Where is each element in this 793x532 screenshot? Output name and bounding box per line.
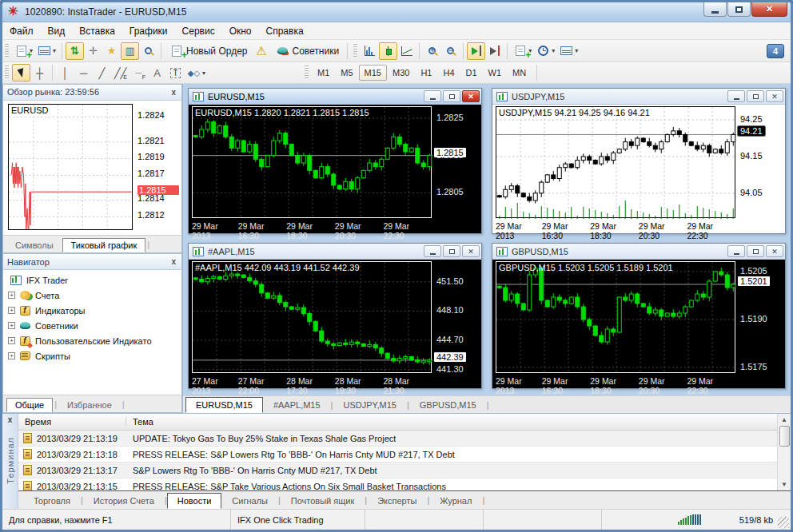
scroll-down-icon[interactable]: ▼	[779, 478, 791, 490]
chart-window-titlebar[interactable]: GBPUSD,M15✕	[492, 244, 785, 260]
market-watch-tab-symbols[interactable]: Символы	[6, 238, 62, 252]
menu-item-Вставка[interactable]: Вставка	[72, 24, 122, 38]
terminal-tab-почтовый-ящик[interactable]: Почтовый ящик	[281, 493, 365, 509]
column-header-time[interactable]: Время	[18, 417, 126, 427]
chart-close-button[interactable]: ✕	[462, 90, 480, 102]
navigator-tab-common[interactable]: Общие	[6, 398, 53, 412]
terminal-tab-торговля[interactable]: Торговля	[23, 493, 81, 509]
scroll-up-icon[interactable]: ▲	[779, 414, 791, 426]
toolbar-grip[interactable]	[5, 66, 9, 80]
terminal-close-icon[interactable]: x	[8, 414, 13, 426]
periods-button[interactable]: ▾	[534, 42, 557, 60]
chart-restore-button[interactable]	[747, 245, 764, 257]
navigator-item-advisors[interactable]: +Советники	[3, 318, 181, 333]
bar-chart-button[interactable]	[361, 42, 379, 60]
chart-minimize-button[interactable]	[424, 90, 441, 102]
chart-minimize-button[interactable]	[424, 245, 441, 257]
fibonacci-button[interactable]: ┄F	[130, 64, 148, 81]
timeframe-M30[interactable]: M30	[387, 65, 415, 81]
trendline-button[interactable]: ╱	[93, 64, 111, 81]
mdi-tab-usdjpym15[interactable]: USDJPY,M15	[333, 397, 406, 413]
market-watch-close-icon[interactable]: x	[169, 88, 177, 97]
toolbar-grip[interactable]	[5, 44, 9, 58]
expand-icon[interactable]: +	[8, 337, 15, 344]
timeframe-M5[interactable]: M5	[335, 65, 358, 81]
chart-canvas[interactable]: #AAPL,M15 442.09 443.19 441.52 442.39451…	[189, 260, 481, 388]
news-row[interactable]: 2013/03/29 21:13:15PRESS RELEASE: S&P Ta…	[18, 478, 777, 490]
navigator-item-custom-indicators[interactable]: +fПользовательские Индикато	[3, 333, 181, 348]
metaeditor-button[interactable]: ⚠	[253, 42, 271, 60]
chart-window-titlebar[interactable]: EURUSD,M15✕	[189, 89, 481, 105]
vertical-line-button[interactable]: │	[56, 64, 74, 81]
chart-minimize-button[interactable]	[727, 245, 745, 257]
terminal-tab-журнал[interactable]: Журнал	[429, 493, 482, 509]
navigator-tab-favorites[interactable]: Избранное	[58, 398, 121, 412]
scrollbar-thumb[interactable]	[779, 426, 790, 447]
status-trading-text[interactable]: IFX One Click Trading	[231, 510, 365, 530]
templates-button[interactable]: ▾	[557, 42, 580, 60]
strategy-tester-button[interactable]	[139, 42, 157, 60]
timeframe-MN[interactable]: MN	[507, 65, 532, 81]
toolbar-grip[interactable]	[305, 66, 309, 80]
timeframe-W1[interactable]: W1	[483, 65, 508, 81]
arrows-button[interactable]: ◆◇▾	[185, 64, 208, 81]
chart-restore-button[interactable]	[443, 245, 460, 257]
chart-canvas[interactable]: EURUSD,M15 1.2820 1.2821 1.2815 1.28151.…	[189, 105, 481, 233]
close-button[interactable]: ✕	[751, 2, 787, 17]
zoom-out-button[interactable]: −	[441, 42, 460, 60]
chart-restore-button[interactable]	[747, 90, 764, 102]
indicators-button[interactable]: +▾	[511, 42, 534, 60]
horizontal-line-button[interactable]: ─	[74, 64, 93, 81]
menu-item-Справка[interactable]: Справка	[259, 24, 311, 38]
navigator-toggle[interactable]: ★	[102, 42, 121, 60]
profiles-button[interactable]: ▾	[35, 42, 58, 60]
cursor-tool-button[interactable]	[12, 64, 30, 81]
expand-icon[interactable]: +	[8, 322, 15, 329]
menu-item-Сервис[interactable]: Сервис	[175, 24, 222, 38]
menu-item-Файл[interactable]: Файл	[2, 24, 41, 38]
chart-window-titlebar[interactable]: #AAPL,M15✕	[189, 244, 481, 260]
chart-close-button[interactable]: ✕	[766, 90, 783, 102]
navigator-item-accounts[interactable]: +Счета	[3, 288, 181, 303]
auto-scroll-toggle[interactable]	[467, 42, 485, 60]
text-tool-button[interactable]: A	[148, 64, 166, 81]
candlestick-chart-button[interactable]	[379, 42, 397, 60]
terminal-tab-сигналы[interactable]: Сигналы	[221, 493, 278, 509]
tick-chart[interactable]: EURUSD 1.28241.28211.28191.28171.28151.2…	[3, 101, 181, 235]
zoom-in-button[interactable]: +	[423, 42, 441, 60]
menu-item-Графики[interactable]: Графики	[122, 24, 175, 38]
mdi-tab-gbpusdm15[interactable]: GBPUSD,M15	[409, 397, 487, 413]
timeframe-M15[interactable]: M15	[359, 65, 387, 81]
navigator-item-indicators[interactable]: +fИндикаторы	[3, 303, 181, 318]
terminal-scrollbar[interactable]: ▲ ▼	[777, 414, 791, 490]
chart-minimize-button[interactable]	[727, 90, 745, 102]
mdi-tab-eurusdm15[interactable]: EURUSD,M15	[185, 397, 263, 413]
navigator-item-scripts[interactable]: +Скрипты	[3, 348, 181, 363]
new-chart-button[interactable]: +▾	[12, 42, 35, 60]
mdi-tab-aaplm15[interactable]: #AAPL,M15	[263, 397, 331, 413]
chart-close-button[interactable]: ✕	[462, 245, 480, 257]
chart-window-titlebar[interactable]: USDJPY,M15✕	[492, 89, 785, 105]
data-window-button[interactable]: ✛	[84, 42, 102, 60]
news-row[interactable]: 2013/03/29 21:13:17S&P Lowers Rtg To 'BB…	[18, 463, 777, 478]
text-label-button[interactable]: T	[166, 64, 185, 81]
terminal-toggle[interactable]: ▥	[121, 42, 139, 60]
news-row[interactable]: 2013/03/29 21:13:19UPDATE: Tokyo Gas To …	[18, 431, 777, 447]
chart-restore-button[interactable]	[443, 90, 460, 102]
timeframe-H1[interactable]: H1	[415, 65, 437, 81]
toolbar-grip[interactable]	[353, 44, 357, 58]
line-chart-button[interactable]	[397, 42, 416, 60]
new-order-button[interactable]: + Новый Ордер	[165, 42, 252, 60]
chart-canvas[interactable]: USDJPY,M15 94.21 94.25 94.16 94.2194.259…	[492, 105, 785, 233]
navigator-root-item[interactable]: IFX Trader	[3, 272, 181, 288]
expand-icon[interactable]: +	[8, 307, 15, 314]
expert-advisors-button[interactable]: Советники	[271, 42, 345, 60]
minimize-button[interactable]	[703, 2, 727, 17]
menu-item-Вид[interactable]: Вид	[41, 24, 73, 38]
timeframe-D1[interactable]: D1	[460, 65, 483, 81]
timeframe-H4[interactable]: H4	[437, 65, 460, 81]
news-row[interactable]: 2013/03/29 21:13:18PRESS RELEASE: S&P Lo…	[18, 447, 777, 463]
restore-button[interactable]	[727, 2, 751, 17]
market-watch-tab-tick-chart[interactable]: Тиковый график	[62, 238, 146, 252]
market-watch-toggle[interactable]: ⇅	[66, 42, 84, 60]
